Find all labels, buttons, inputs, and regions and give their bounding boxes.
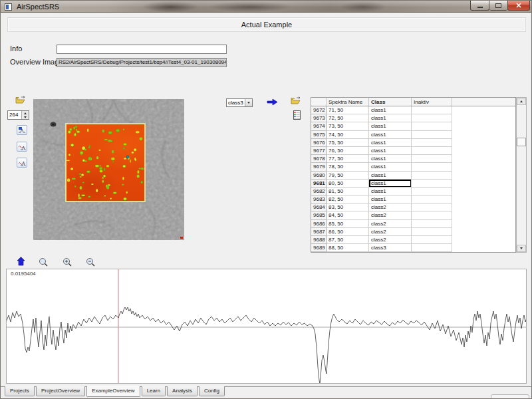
table-row[interactable]: 968584, 50class2 bbox=[311, 211, 515, 219]
chart-zoom-out-button[interactable] bbox=[85, 257, 96, 267]
table-row[interactable]: 967473, 50class1 bbox=[311, 122, 515, 130]
class-cell[interactable]: class2 bbox=[369, 228, 412, 236]
table-row[interactable]: 968483, 50class2 bbox=[311, 203, 515, 211]
row-header-cell[interactable]: 9687 bbox=[311, 228, 327, 236]
row-header-cell[interactable]: 9675 bbox=[311, 131, 327, 139]
classification-overlay[interactable] bbox=[65, 123, 146, 202]
table-scrollbar[interactable] bbox=[516, 97, 527, 253]
spectrum-red-view-button[interactable] bbox=[17, 158, 27, 168]
class-cell[interactable]: class1 bbox=[369, 188, 412, 196]
inaktiv-cell[interactable] bbox=[412, 188, 452, 196]
spektra-table[interactable]: Spektra Name Class Inaktiv 967271, 50cla… bbox=[311, 97, 516, 253]
spektra-name-cell[interactable]: 84, 50 bbox=[327, 211, 369, 219]
row-header-cell[interactable]: 9676 bbox=[311, 139, 327, 147]
spektra-name-cell[interactable]: 79, 50 bbox=[327, 172, 369, 180]
spectrum-view-button[interactable] bbox=[17, 142, 27, 152]
spektra-name-cell[interactable]: 77, 50 bbox=[327, 155, 369, 163]
row-header-cell[interactable]: 9681 bbox=[311, 180, 327, 188]
class-cell[interactable]: class1 bbox=[369, 122, 412, 130]
dropdown-arrow-button[interactable] bbox=[245, 99, 252, 106]
inaktiv-cell[interactable] bbox=[412, 244, 452, 252]
inaktiv-cell[interactable] bbox=[412, 172, 452, 180]
table-row[interactable]: 968079, 50class1 bbox=[311, 172, 515, 180]
row-header-cell[interactable]: 9673 bbox=[311, 114, 327, 122]
inaktiv-cell[interactable] bbox=[412, 220, 452, 228]
row-header-cell[interactable]: 9683 bbox=[311, 196, 327, 203]
inaktiv-cell[interactable] bbox=[412, 236, 452, 244]
column-header-rowselector[interactable] bbox=[311, 98, 327, 106]
title-bar[interactable]: AirSpectSRS bbox=[1, 1, 532, 13]
table-row[interactable]: 967574, 50class1 bbox=[311, 131, 515, 139]
spinner-down-button[interactable] bbox=[22, 115, 29, 119]
row-header-cell[interactable]: 9678 bbox=[311, 155, 327, 163]
inaktiv-cell[interactable] bbox=[412, 228, 452, 236]
tab-learn[interactable]: Learn bbox=[142, 386, 166, 396]
spektra-name-cell[interactable]: 85, 50 bbox=[327, 220, 369, 228]
chart-zoom-button[interactable] bbox=[38, 257, 49, 267]
open-spektra-button[interactable] bbox=[290, 96, 301, 104]
inaktiv-cell[interactable] bbox=[412, 122, 452, 130]
row-header-cell[interactable]: 9674 bbox=[311, 122, 327, 130]
row-header-cell[interactable]: 9686 bbox=[311, 220, 327, 228]
spektra-name-cell[interactable]: 72, 50 bbox=[327, 114, 369, 122]
close-button[interactable] bbox=[507, 1, 530, 11]
class-cell[interactable]: class2 bbox=[369, 236, 412, 244]
column-header-inaktiv[interactable]: Inaktiv bbox=[412, 98, 452, 106]
maximize-button[interactable] bbox=[489, 1, 507, 11]
table-row[interactable]: 967776, 50class1 bbox=[311, 147, 515, 155]
class-cell[interactable]: class1 bbox=[369, 172, 412, 180]
inaktiv-cell[interactable] bbox=[412, 180, 452, 188]
overview-microscopy-image[interactable] bbox=[33, 99, 184, 240]
column-header-spektra-name[interactable]: Spektra Name bbox=[327, 98, 369, 106]
spektra-name-cell[interactable]: 76, 50 bbox=[327, 147, 369, 155]
table-row[interactable]: 968180, 50class1 bbox=[311, 180, 515, 188]
class-dropdown[interactable]: class3 bbox=[226, 98, 253, 107]
spektra-name-cell[interactable]: 78, 50 bbox=[327, 163, 369, 171]
info-input[interactable] bbox=[57, 45, 227, 54]
table-row[interactable]: 968382, 50class1 bbox=[311, 196, 515, 203]
table-row[interactable]: 968887, 50class2 bbox=[311, 236, 515, 244]
inaktiv-cell[interactable] bbox=[412, 114, 452, 122]
class-cell[interactable]: class1 bbox=[369, 163, 412, 171]
class-cell[interactable]: class1 bbox=[369, 196, 412, 203]
class-cell[interactable]: class2 bbox=[369, 211, 412, 219]
inaktiv-cell[interactable] bbox=[412, 147, 452, 155]
inaktiv-cell[interactable] bbox=[412, 106, 452, 114]
table-row[interactable]: 968685, 50class2 bbox=[311, 220, 515, 228]
table-row[interactable]: 967877, 50class1 bbox=[311, 155, 515, 163]
spektra-name-cell[interactable]: 83, 50 bbox=[327, 203, 369, 211]
class-cell[interactable]: class1 bbox=[369, 147, 412, 155]
table-row[interactable]: 968786, 50class2 bbox=[311, 228, 515, 236]
inaktiv-cell[interactable] bbox=[412, 139, 452, 147]
spektra-name-cell[interactable]: 80, 50 bbox=[327, 180, 369, 188]
assign-class-button[interactable] bbox=[266, 98, 278, 106]
column-header-class[interactable]: Class bbox=[369, 98, 412, 106]
spectrum-chart[interactable]: 0.0195404 bbox=[6, 269, 527, 384]
spektra-name-cell[interactable]: 82, 50 bbox=[327, 196, 369, 203]
table-row[interactable]: 968281, 50class1 bbox=[311, 188, 515, 196]
row-header-cell[interactable]: 9672 bbox=[311, 106, 327, 114]
inaktiv-cell[interactable] bbox=[412, 155, 452, 163]
row-header-cell[interactable]: 9682 bbox=[311, 188, 327, 196]
row-header-cell[interactable]: 9679 bbox=[311, 163, 327, 171]
table-row[interactable]: 967372, 50class1 bbox=[311, 114, 515, 122]
tab-analysis[interactable]: Analysis bbox=[167, 386, 198, 396]
minimize-button[interactable] bbox=[470, 1, 489, 11]
spektra-name-cell[interactable]: 75, 50 bbox=[327, 139, 369, 147]
list-view-button[interactable] bbox=[292, 110, 301, 120]
class-cell[interactable]: class3 bbox=[369, 244, 412, 252]
class-cell[interactable]: class1 bbox=[369, 114, 412, 122]
class-cell[interactable]: class1 bbox=[369, 155, 412, 163]
class-cell[interactable]: class1 bbox=[369, 106, 412, 114]
spektra-name-cell[interactable]: 71, 50 bbox=[327, 106, 369, 114]
row-header-cell[interactable]: 9684 bbox=[311, 203, 327, 211]
inaktiv-cell[interactable] bbox=[412, 131, 452, 139]
spektra-name-cell[interactable]: 73, 50 bbox=[327, 122, 369, 130]
row-header-cell[interactable]: 9685 bbox=[311, 211, 327, 219]
inaktiv-cell[interactable] bbox=[412, 163, 452, 171]
scrollbar-thumb[interactable] bbox=[517, 138, 526, 146]
tab-exampleoverview[interactable]: ExampleOverview bbox=[86, 386, 140, 397]
row-header-cell[interactable]: 9689 bbox=[311, 244, 327, 252]
scroll-up-button[interactable] bbox=[517, 98, 526, 105]
row-header-cell[interactable]: 9688 bbox=[311, 236, 327, 244]
